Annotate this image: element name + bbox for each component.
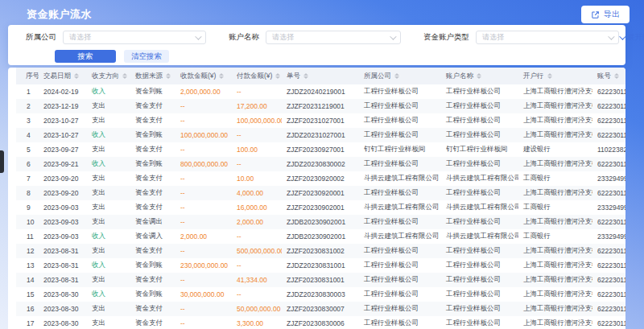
owner-company: 工程行业样板公司 <box>359 244 441 258</box>
account-number: 622230111 <box>592 273 625 287</box>
sort-icon[interactable] <box>74 73 79 80</box>
owner-company: 斗拱云建筑工程有限公司 <box>359 200 441 215</box>
data-source: 资金到账 <box>130 287 175 302</box>
account-number: 622230111 <box>592 215 625 229</box>
account-name: 工程行业样板公司 <box>441 273 518 287</box>
order-number: ZJZF20230920002 <box>282 171 359 186</box>
column-header-label: 所属公司 <box>364 72 391 81</box>
account-name: 工程行业样板公司 <box>441 215 518 229</box>
data-source: 资金到账 <box>130 258 175 273</box>
pay-amount: -- <box>232 287 282 302</box>
bank-name: 上海工商银行漕河泾支行 <box>518 287 592 302</box>
order-number: ZJDZ20231027001 <box>282 128 359 142</box>
table-row: 72023-09-20支出资金支付--10.00ZJZF20230920002斗… <box>16 171 625 186</box>
direction-value: 收入 <box>87 128 130 142</box>
column-header-label: 数据来源 <box>135 72 163 81</box>
bank-name: 上海工商银行漕河泾支行 <box>518 157 592 171</box>
pay-amount: 3,300.00 <box>232 316 282 329</box>
column-header[interactable]: 数据来源 <box>130 68 175 84</box>
left-edge-handle[interactable] <box>0 150 4 173</box>
receive-amount: -- <box>175 316 232 329</box>
receive-amount: -- <box>175 171 232 186</box>
data-source: 资金到账 <box>130 128 175 142</box>
transaction-date: 2023-09-03 <box>39 200 87 215</box>
table-row: 92023-09-03支出资金支付--16,000.00ZJZF20230902… <box>16 200 625 215</box>
owner-company: 工程行业样板公司 <box>359 273 441 287</box>
expand-filter-label: 展开筛选 <box>627 32 644 43</box>
sort-icon[interactable] <box>477 73 481 80</box>
receive-amount: 230,000,000.00 <box>175 258 232 273</box>
pay-amount: 4,000.00 <box>232 186 282 200</box>
sort-icon[interactable] <box>122 73 127 80</box>
sort-icon[interactable] <box>614 73 619 80</box>
column-header: 序号 <box>16 68 39 84</box>
column-header[interactable]: 付款金额(¥) <box>232 68 282 84</box>
column-header[interactable]: 收款金额(¥) <box>175 68 232 84</box>
owner-company: 工程行业样板公司 <box>359 99 441 113</box>
account-name-filter-label: 账户名称 <box>229 32 259 43</box>
fund-flow-table: 序号交易日期收支方向数据来源收款金额(¥)付款金额(¥)单号所属公司账户名称开户… <box>16 68 625 329</box>
order-number: ZJDB20230902001 <box>282 229 359 244</box>
account-name: 工程行业样板公司 <box>441 186 518 200</box>
account-name-select[interactable]: 请选择 <box>266 31 401 44</box>
table-header-row: 序号交易日期收支方向数据来源收款金额(¥)付款金额(¥)单号所属公司账户名称开户… <box>16 68 625 84</box>
column-header-label: 序号 <box>26 72 39 81</box>
transaction-date: 2023-09-27 <box>39 142 87 157</box>
column-header-label: 开户行 <box>523 72 544 81</box>
sort-icon[interactable] <box>394 73 399 80</box>
export-button-label: 导出 <box>604 9 620 20</box>
data-source: 资金支付 <box>130 186 175 200</box>
direction-value: 支出 <box>87 142 130 157</box>
order-number: ZJDZ20230830002 <box>282 157 359 171</box>
order-number: ZJZF20230830006 <box>282 316 359 329</box>
data-source: 资金调出 <box>130 215 175 229</box>
column-header[interactable]: 账号 <box>592 68 625 84</box>
expand-filter-link[interactable]: 展开筛选 <box>619 32 644 43</box>
pay-amount: -- <box>232 84 282 99</box>
receive-amount: 100,000,000.00 <box>175 128 232 142</box>
filter-field-company: 所属公司 请选择 <box>26 31 206 44</box>
table-row: 162023-08-30支出资金支付--50,000,000.00ZJZF202… <box>16 302 625 316</box>
direction-value: 支出 <box>87 215 130 229</box>
column-header[interactable]: 收支方向 <box>87 68 130 84</box>
sort-icon[interactable] <box>547 73 552 80</box>
bank-name: 上海工商银行漕河泾支行 <box>518 273 592 287</box>
direction-value: 收入 <box>87 258 130 273</box>
company-select[interactable]: 请选择 <box>63 31 206 44</box>
account-name-select-placeholder: 请选择 <box>272 32 294 43</box>
column-header[interactable]: 开户行 <box>518 68 592 84</box>
column-header[interactable]: 交易日期 <box>39 68 87 84</box>
account-type-select[interactable]: 请选择 <box>476 31 619 44</box>
column-header[interactable]: 单号 <box>282 68 359 84</box>
column-header[interactable]: 账户名称 <box>441 68 518 84</box>
pay-amount: 100,000,000.00 <box>232 113 282 128</box>
bank-name: 上海工商银行漕河泾支行 <box>518 99 592 113</box>
transaction-date: 2023-10-27 <box>39 128 87 142</box>
row-index: 2 <box>16 99 39 113</box>
row-index: 8 <box>16 186 39 200</box>
sort-icon[interactable] <box>275 73 280 80</box>
row-index: 7 <box>16 171 39 186</box>
sort-icon[interactable] <box>166 73 171 80</box>
data-source: 资金支付 <box>130 142 175 157</box>
order-number: ZJZF20230902001 <box>282 200 359 215</box>
owner-company: 工程行业样板公司 <box>359 84 441 99</box>
search-button[interactable]: 搜索 <box>55 50 116 63</box>
owner-company: 斗拱云建筑工程有限公司 <box>359 171 441 186</box>
receive-amount: 30,000,000.00 <box>175 287 232 302</box>
receive-amount: -- <box>175 244 232 258</box>
direction-value: 支出 <box>87 316 130 329</box>
receive-amount: -- <box>175 273 232 287</box>
row-index: 5 <box>16 142 39 157</box>
transaction-date: 2023-08-31 <box>39 258 87 273</box>
bank-name: 上海工商银行漕河泾支行 <box>518 316 592 329</box>
account-name: 工程行业样板公司 <box>441 287 518 302</box>
column-header[interactable]: 所属公司 <box>359 68 441 84</box>
direction-value: 收入 <box>87 157 130 171</box>
sort-icon[interactable] <box>219 73 224 80</box>
sort-icon[interactable] <box>303 73 308 80</box>
clear-search-button[interactable]: 清空搜索 <box>124 50 169 63</box>
chevron-down-icon <box>195 33 201 39</box>
account-name: 工程行业样板公司 <box>441 128 518 142</box>
export-button[interactable]: 导出 <box>581 6 630 23</box>
